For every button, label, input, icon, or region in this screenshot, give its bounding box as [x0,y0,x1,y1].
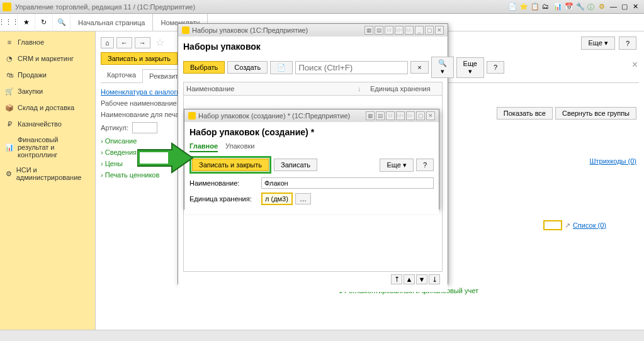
close-icon[interactable]: × [632,59,638,70]
link-analog[interactable]: Номенклатура с аналоги [101,88,181,96]
m-icon[interactable]: M- [405,26,414,35]
more-button[interactable]: Еще ▾ [581,36,614,50]
modal2-close-icon[interactable]: ✕ [426,111,435,120]
sidebar-item-treasury[interactable]: ₽Казначейство [0,116,95,132]
tb-icon[interactable]: 🗂 [542,3,551,11]
m-icon[interactable]: M- [406,111,415,120]
col-name[interactable]: Наименование [186,85,358,92]
collapse-button[interactable]: Свернуть все группы [555,107,636,120]
link-priceprint[interactable]: Печать ценников [101,171,159,179]
tb-icon[interactable]: ⭐ [519,3,528,11]
m-icon[interactable]: ▤ [376,111,385,120]
unit-select-button[interactable]: … [295,193,311,204]
more-button[interactable]: Еще ▾ [380,159,413,172]
sidebar-item-buy[interactable]: 🛒Закупки [0,83,95,99]
tb-icon[interactable]: 📄 [508,3,517,11]
tb-icon[interactable]: 📊 [553,3,562,11]
sidebar-item-finance[interactable]: 📊Финансовый результат и контроллинг [0,132,95,162]
nav-first-icon[interactable]: ⤒ [391,274,402,284]
m-icon[interactable]: M [386,111,395,120]
article-input[interactable] [132,122,157,133]
clear-search-button[interactable]: × [410,61,428,74]
modal1-close-icon[interactable]: ✕ [435,26,444,35]
unit-input[interactable] [261,193,293,205]
create-button[interactable]: Создать [227,61,268,74]
save-button[interactable]: Записать [274,159,317,171]
statusbar [0,330,644,341]
help-button[interactable]: ? [416,159,434,171]
modal2-wintitle: Набор упаковок (создание) * (1С:Предприя… [198,112,350,120]
col-unit[interactable]: Единица хранения [370,85,439,92]
tb-icon[interactable]: ⚙ [599,3,607,11]
home-button[interactable]: ⌂ [101,37,114,48]
help-button[interactable]: ? [619,36,636,50]
sidebar-item-crm[interactable]: ◔CRM и маркетинг [0,50,95,67]
modal1-min-icon[interactable]: _ [415,26,424,35]
nav-down-icon[interactable]: ▼ [416,274,427,284]
nav-up-icon[interactable]: ▲ [404,274,415,284]
search-input[interactable] [295,61,408,74]
tb-icon[interactable]: ⓘ [587,3,596,11]
select-button[interactable]: Выбрать [183,61,225,74]
copy-button[interactable]: 📄 [270,61,293,74]
modal1-titlebar[interactable]: Наборы упаковок (1С:Предприятие) ▦ ▤ M M… [178,24,448,36]
more-label: Еще [463,60,477,67]
link-about[interactable]: Сведения о прои [101,148,160,156]
tab-main[interactable]: Главное [189,142,218,152]
tab-packages[interactable]: Упаковки [225,142,254,152]
tb-icon[interactable]: 🔧 [576,3,585,11]
search-icon[interactable]: 🔍 [53,14,71,31]
tab-card[interactable]: Карточка [101,69,142,82]
modal2-max-icon[interactable]: ▢ [416,111,425,120]
sidebar: ≡Главное ◔CRM и маркетинг 🛍Продажи 🛒Заку… [0,31,96,330]
link-prices[interactable]: Цены [101,160,123,167]
show-all-button[interactable]: Показать все [497,107,553,120]
save-close-button[interactable]: Записать и закрыть [101,52,178,65]
app-logo [3,3,11,11]
nav-last-icon[interactable]: ⤓ [429,274,440,284]
link-list[interactable]: Список (0) [573,221,606,229]
fav-icon[interactable]: ☆ [155,36,164,48]
link-barcodes[interactable]: Штрихкоды (0) [589,157,636,165]
sidebar-item-main[interactable]: ≡Главное [0,34,95,50]
tb-icon[interactable]: 📋 [531,3,539,11]
save-close-highlight: Записать и закрыть [189,156,271,174]
link-desc[interactable]: Описание [101,137,137,145]
save-close-button[interactable]: Записать и закрыть [192,159,269,171]
apps-icon[interactable]: ⋮⋮⋮ [0,14,18,31]
m-icon[interactable]: M+ [396,111,405,120]
more-button[interactable]: Еще ▾ [456,57,484,78]
sort-icon[interactable]: ↓ [358,85,370,92]
modal1-title: Наборы упаковок [183,42,443,52]
sidebar-label: Казначейство [18,120,62,128]
maximize-icon[interactable]: ▢ [621,3,630,11]
forward-button[interactable]: → [135,37,150,48]
minimize-icon[interactable]: — [610,3,619,11]
close-icon[interactable]: ✕ [633,3,641,11]
m-icon[interactable]: ▦ [366,111,375,120]
modal1-wintitle: Наборы упаковок (1С:Предприятие) [192,26,308,34]
name-input[interactable] [261,177,434,189]
m-icon[interactable]: M [385,26,393,35]
m-icon[interactable]: ▤ [375,26,383,35]
tab-home[interactable]: Начальная страница [71,14,153,31]
help-button[interactable]: ? [487,61,504,74]
m-icon[interactable]: ▦ [364,26,373,35]
tb-icon[interactable]: 📅 [565,3,573,11]
sidebar-item-admin[interactable]: ⚙НСИ и администрирование [0,162,95,185]
chart-icon: 📊 [5,143,14,152]
sidebar-item-sales[interactable]: 🛍Продажи [0,67,95,83]
back-button[interactable]: ← [116,37,132,48]
modal1-max-icon[interactable]: ▢ [425,26,434,35]
link-box[interactable] [543,220,562,230]
sidebar-item-stock[interactable]: 📦Склад и доставка [0,99,95,116]
titlebar-icons: 📄 ⭐ 📋 🗂 📊 📅 🔧 ⓘ ⚙ — ▢ ✕ [508,3,641,11]
search-button[interactable]: 🔍▾ [431,57,454,78]
sidebar-label: CRM и маркетинг [18,55,74,62]
star-icon[interactable]: ★ [18,14,35,31]
history-icon[interactable]: ↻ [35,14,53,31]
m-icon[interactable]: M+ [395,26,404,35]
modal2-titlebar[interactable]: Набор упаковок (создание) * (1С:Предприя… [184,109,439,122]
link-ext-icon[interactable]: ↗ [565,221,570,230]
app-titlebar: Управление торговлей, редакция 11 / (1С:… [0,0,644,14]
